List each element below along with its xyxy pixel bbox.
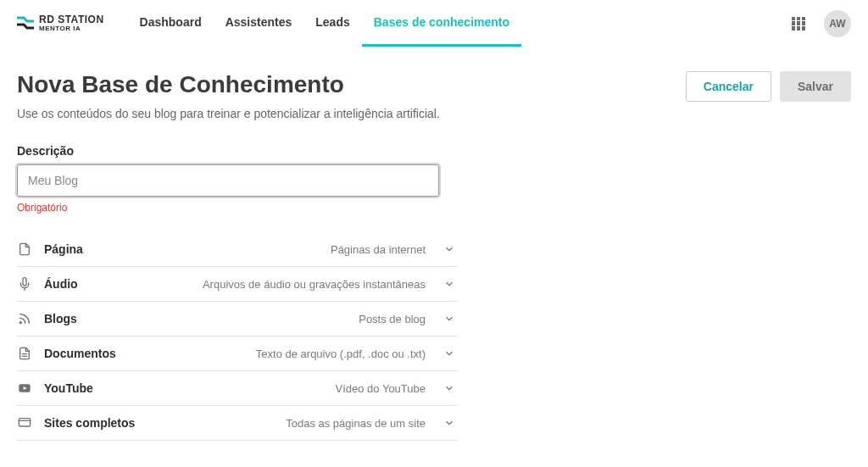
source-row-rss[interactable]: Blogs Posts de blog: [17, 302, 458, 336]
source-title: Página: [44, 242, 83, 256]
source-title: YouTube: [44, 381, 93, 395]
source-title: Sites completos: [44, 416, 135, 430]
logo-icon: [17, 16, 34, 30]
descricao-label: Descrição: [17, 144, 439, 158]
page-title: Nova Base de Conhecimento: [17, 71, 344, 98]
descricao-help: Obrigatório: [17, 202, 439, 214]
chevron-down-icon: [441, 278, 458, 290]
nav-leads[interactable]: Leads: [303, 0, 361, 47]
brand-line2: MENTOR IA: [39, 25, 104, 33]
source-row-site[interactable]: Sites completos Todas as páginas de um s…: [17, 406, 458, 441]
app-switcher-icon[interactable]: [792, 17, 805, 31]
nav-assistentes[interactable]: Assistentes: [214, 0, 304, 47]
avatar[interactable]: AW: [824, 10, 851, 37]
site-icon: [17, 415, 32, 431]
chevron-down-icon: [441, 243, 458, 255]
source-desc: Texto de arquivo (.pdf, .doc ou .txt): [256, 347, 429, 360]
save-button[interactable]: Salvar: [780, 71, 851, 102]
top-nav: RD STATION MENTOR IA Dashboard Assistent…: [0, 0, 868, 47]
cancel-button[interactable]: Cancelar: [686, 71, 771, 102]
mic-icon: [17, 276, 32, 292]
chevron-down-icon: [441, 347, 458, 359]
source-row-mic[interactable]: Áudio Arquivos de áudio ou gravações ins…: [17, 267, 458, 302]
source-desc: Páginas da internet: [331, 243, 429, 256]
source-desc: Vídeo do YouTube: [335, 382, 429, 395]
brand-line1: RD STATION: [39, 14, 104, 25]
rss-icon: [17, 311, 32, 326]
page-actions: Cancelar Salvar: [686, 71, 851, 102]
svg-rect-6: [19, 419, 30, 426]
source-row-page[interactable]: Página Páginas da internet: [17, 232, 458, 267]
youtube-icon: [17, 381, 32, 396]
svg-point-1: [19, 322, 21, 324]
source-row-doc[interactable]: Documentos Texto de arquivo (.pdf, .doc …: [17, 336, 458, 371]
descricao-input-wrap: [17, 164, 439, 197]
page-subtitle: Use os conteúdos do seu blog para treina…: [17, 107, 851, 120]
descricao-input[interactable]: [18, 165, 438, 196]
nav-dashboard[interactable]: Dashboard: [128, 0, 214, 47]
source-desc: Arquivos de áudio ou gravações instantân…: [203, 278, 429, 291]
chevron-down-icon: [441, 417, 458, 429]
page-icon: [17, 242, 32, 257]
source-title: Documentos: [44, 347, 116, 360]
nav-bases[interactable]: Bases de conhecimento: [362, 0, 521, 47]
main-nav: Dashboard Assistentes Leads Bases de con…: [128, 0, 521, 47]
source-list: Página Páginas da internet Áudio Arquivo…: [17, 232, 458, 441]
chevron-down-icon: [441, 382, 458, 394]
chevron-down-icon: [441, 313, 458, 325]
brand-logo[interactable]: RD STATION MENTOR IA: [17, 14, 104, 33]
source-title: Áudio: [44, 277, 78, 291]
avatar-initials: AW: [829, 18, 845, 30]
source-desc: Posts de blog: [359, 313, 429, 325]
source-title: Blogs: [44, 312, 77, 325]
doc-icon: [17, 346, 32, 361]
source-row-youtube[interactable]: YouTube Vídeo do YouTube: [17, 371, 458, 406]
source-desc: Todas as páginas de um site: [286, 417, 429, 430]
